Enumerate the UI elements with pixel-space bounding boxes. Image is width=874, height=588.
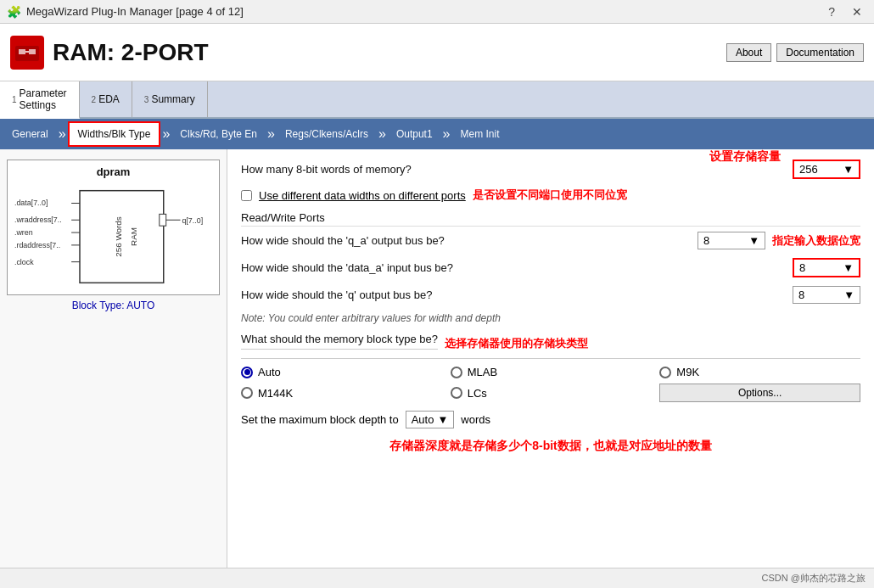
svg-rect-2 xyxy=(29,49,36,54)
q1-row: How many 8-bit words of memory? 256 ▼ xyxy=(241,160,860,179)
tab-arrow-2: » xyxy=(160,126,171,142)
radio-m9k-label: M9K xyxy=(676,366,699,378)
options-button-cell: Options... xyxy=(659,384,860,402)
radio-auto-label: Auto xyxy=(258,366,281,378)
q4-label: How wide should the 'q' output bus be? xyxy=(241,288,786,301)
memory-words-dropdown[interactable]: 256 ▼ xyxy=(793,160,860,179)
diagram-svg: 256 Words RAM .data[7..0] .wraddress[7..… xyxy=(13,182,214,292)
radio-m144k-circle xyxy=(241,387,253,399)
depth-dropdown[interactable]: Auto ▼ xyxy=(406,411,455,428)
page-title: RAM: 2-PORT xyxy=(53,39,209,66)
q3-row: How wide should the 'data_a' input bus b… xyxy=(241,258,860,277)
tab-eda[interactable]: 2 EDA xyxy=(80,81,132,117)
header: RAM: 2-PORT About Documentation xyxy=(0,24,874,81)
tab-arrow-5: » xyxy=(441,126,452,142)
svg-rect-1 xyxy=(19,49,25,54)
left-panel: dpram 256 Words RAM .data[7..0] .wraddre… xyxy=(0,149,227,568)
diagram-box: dpram 256 Words RAM .data[7..0] .wraddre… xyxy=(7,160,220,295)
dropdown-arrow-icon: ▼ xyxy=(843,163,854,176)
dropdown-arrow-icon-2: ▼ xyxy=(748,234,759,247)
title-bar-controls: ? ✕ xyxy=(823,3,867,20)
depth-suffix: words xyxy=(461,413,490,426)
right-panel: 设置存储容量 How many 8-bit words of memory? 2… xyxy=(227,149,874,568)
radio-lcs-circle xyxy=(451,387,462,399)
memory-words-value: 256 xyxy=(799,163,818,176)
radio-mlab-label: MLAB xyxy=(468,366,497,378)
tab-arrow-1: » xyxy=(57,126,68,142)
checkbox-row: Use different data widths on different p… xyxy=(241,188,860,203)
svg-text:q[7..0]: q[7..0] xyxy=(182,216,203,225)
depth-value: Auto xyxy=(412,413,434,426)
depth-dropdown-arrow: ▼ xyxy=(437,413,448,426)
different-widths-checkbox[interactable] xyxy=(241,190,252,201)
svg-text:RAM: RAM xyxy=(129,227,138,246)
svg-text:.wren: .wren xyxy=(14,228,33,237)
annotation-input-width: 指定输入数据位宽 xyxy=(772,233,860,249)
radio-auto[interactable]: Auto xyxy=(241,366,442,378)
radio-m144k[interactable]: M144K xyxy=(241,384,442,402)
q2-label: How wide should the 'q_a' output bus be? xyxy=(241,234,691,247)
diagram-title: dpram xyxy=(13,165,214,178)
close-button[interactable]: ✕ xyxy=(847,3,867,20)
svg-text:.rdaddress[7..: .rdaddress[7.. xyxy=(14,241,60,249)
q1-label: How many 8-bit words of memory? xyxy=(241,163,786,176)
header-button-area: About Documentation xyxy=(726,43,864,62)
options-button[interactable]: Options... xyxy=(659,384,860,402)
checkbox-label: Use different data widths on different p… xyxy=(259,189,466,202)
tab-row-2: General » Widths/Blk Type » Clks/Rd, Byt… xyxy=(0,119,874,149)
tab-arrow-4: » xyxy=(377,126,388,142)
depth-prefix: Set the maximum block depth to xyxy=(241,413,399,426)
radio-mlab[interactable]: MLAB xyxy=(451,366,652,378)
annotation-diff-ports: 是否设置不同端口使用不同位宽 xyxy=(473,188,627,203)
app-icon xyxy=(10,36,44,70)
title-text: MegaWizard Plug-In Manager [page 4 of 12… xyxy=(26,5,244,18)
data-a-input-dropdown[interactable]: 8 ▼ xyxy=(793,258,860,277)
tab-row-1: 1 ParameterSettings 2 EDA 3 Summary xyxy=(0,81,874,119)
depth-row: Set the maximum block depth to Auto ▼ wo… xyxy=(241,411,860,428)
tab-widths-blk-type[interactable]: Widths/Blk Type xyxy=(68,121,161,147)
footer: CSDN @帅杰的芯路之旅 xyxy=(0,568,874,588)
block-type-label: Block Type: AUTO xyxy=(13,300,214,311)
title-bar: 🧩 MegaWizard Plug-In Manager [page 4 of … xyxy=(0,0,874,24)
tab-regs-clkens-aclrs[interactable]: Regs/Clkens/Aclrs xyxy=(277,123,377,145)
title-bar-icon: 🧩 xyxy=(7,5,21,19)
rw-ports-section-label: Read/Write Ports xyxy=(241,211,860,227)
tab-clks-rd-byte-en[interactable]: Clks/Rd, Byte En xyxy=(171,123,266,145)
note-text: Note: You could enter arbitrary values f… xyxy=(241,312,860,324)
q3-label: How wide should the 'data_a' input bus b… xyxy=(241,261,786,274)
radio-lcs-label: LCs xyxy=(468,387,487,400)
title-bar-title: 🧩 MegaWizard Plug-In Manager [page 4 of … xyxy=(7,5,244,19)
q-output-dropdown[interactable]: 8 ▼ xyxy=(793,286,860,304)
annotation-depth-meaning: 存储器深度就是存储多少个8-bit数据，也就是对应地址的数量 xyxy=(241,439,860,454)
radio-m9k-circle xyxy=(659,367,671,378)
radio-m144k-label: M144K xyxy=(258,387,293,400)
tab-general[interactable]: General xyxy=(3,123,57,145)
main-content: dpram 256 Words RAM .data[7..0] .wraddre… xyxy=(0,149,874,568)
radio-lcs[interactable]: LCs xyxy=(451,384,652,402)
dropdown-arrow-icon-3: ▼ xyxy=(843,261,854,274)
q4-row: How wide should the 'q' output bus be? 8… xyxy=(241,286,860,304)
svg-rect-19 xyxy=(160,214,166,226)
svg-text:.wraddress[7..: .wraddress[7.. xyxy=(14,216,62,224)
tab-parameter-settings[interactable]: 1 ParameterSettings xyxy=(0,81,80,119)
radio-m9k[interactable]: M9K xyxy=(659,366,860,378)
tab-mem-init[interactable]: Mem Init xyxy=(451,123,507,145)
footer-credit: CSDN @帅杰的芯路之旅 xyxy=(762,572,866,585)
documentation-button[interactable]: Documentation xyxy=(776,43,864,62)
svg-text:.data[7..0]: .data[7..0] xyxy=(14,199,48,207)
radio-mlab-circle xyxy=(451,367,462,378)
svg-text:256 Words: 256 Words xyxy=(114,216,123,257)
block-type-question: What should the memory block type be? xyxy=(241,333,438,350)
q-output-value: 8 xyxy=(798,288,804,301)
radio-grid: Auto MLAB M9K M144K xyxy=(241,366,860,402)
help-button[interactable]: ? xyxy=(823,3,840,20)
qa-output-dropdown[interactable]: 8 ▼ xyxy=(698,232,765,249)
svg-text:.clock: .clock xyxy=(14,258,34,266)
q2-row: How wide should the 'q_a' output bus be?… xyxy=(241,232,860,249)
tab-summary[interactable]: 3 Summary xyxy=(132,81,208,117)
annotation-block-type: 选择存储器使用的存储块类型 xyxy=(445,336,588,351)
tab-output1[interactable]: Output1 xyxy=(388,123,441,145)
data-a-input-value: 8 xyxy=(799,261,805,274)
about-button[interactable]: About xyxy=(726,43,771,62)
tab-arrow-3: » xyxy=(266,126,277,142)
